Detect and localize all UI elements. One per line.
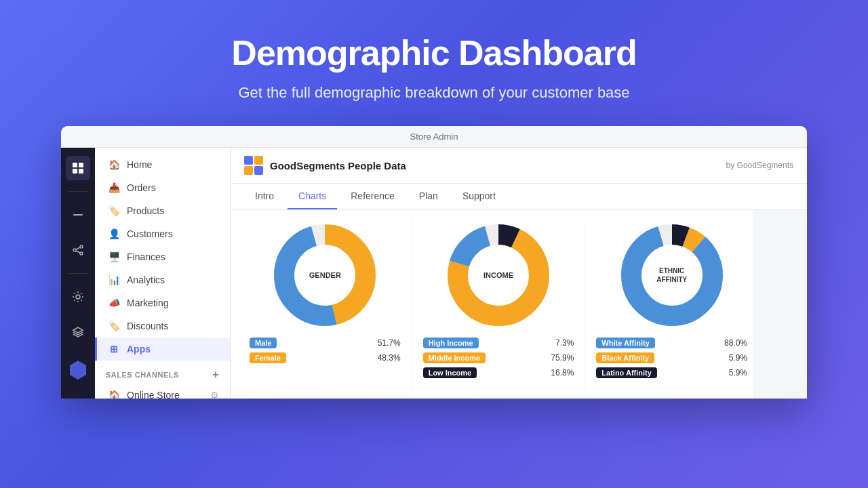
svg-rect-14 <box>254 156 263 165</box>
svg-rect-13 <box>244 156 253 165</box>
sales-channels-header: SALES CHANNELS + <box>95 361 230 384</box>
sidebar-item-marketing[interactable]: 📣 Marketing <box>95 291 230 314</box>
svg-point-7 <box>80 252 83 255</box>
dark-sidebar-divider-1 <box>68 191 88 192</box>
tab-support[interactable]: Support <box>452 184 507 209</box>
dark-sidebar <box>61 148 95 399</box>
ethnic-latino-row: Latino Affinity 5.9% <box>596 367 747 378</box>
svg-line-9 <box>76 251 80 253</box>
tab-reference[interactable]: Reference <box>340 184 406 209</box>
gender-male-row: Male 51.7% <box>250 338 401 348</box>
sidebar-item-apps[interactable]: ⊞ Apps <box>95 338 230 361</box>
income-high-row: High Income 7.3% <box>423 338 574 348</box>
svg-rect-16 <box>254 166 263 175</box>
customers-icon: 👤 <box>108 228 120 239</box>
income-donut-wrapper: INCOME <box>444 221 553 329</box>
gender-male-pct: 51.7% <box>378 338 401 348</box>
income-legend: High Income 7.3% Middle Income 75.9% Low… <box>418 338 580 382</box>
tab-charts[interactable]: Charts <box>288 184 337 209</box>
tab-plan[interactable]: Plan <box>408 184 449 209</box>
ethnic-black-badge: Black Affinity <box>596 352 654 363</box>
dark-sidebar-layers-icon[interactable] <box>66 320 90 344</box>
sidebar-item-customers[interactable]: 👤 Customers <box>95 222 230 245</box>
income-low-row: Low Income 16.8% <box>423 367 574 378</box>
window-titlebar: Store Admin <box>61 126 807 148</box>
hero-subtitle: Get the full demographic breakdown of yo… <box>231 84 636 102</box>
income-donut-label: INCOME <box>484 270 513 280</box>
sidebar-item-products[interactable]: 🏷️ Products <box>95 199 230 222</box>
chart-gender: GENDER Male 51.7% Female 48.3% <box>244 221 406 388</box>
home-icon: 🏠 <box>108 159 120 170</box>
sidebar-item-online-store[interactable]: 🏠 Online Store ⚙ <box>95 384 230 399</box>
tab-intro[interactable]: Intro <box>244 184 285 209</box>
ethnic-white-pct: 88.0% <box>724 338 747 348</box>
svg-rect-3 <box>79 169 83 174</box>
tabs-bar: Intro Charts Reference Plan Support <box>231 184 807 210</box>
svg-rect-15 <box>244 166 253 175</box>
dark-sidebar-grid-icon[interactable] <box>66 156 90 180</box>
marketing-icon: 📣 <box>108 298 120 308</box>
sidebar-item-discounts[interactable]: 🏷️ Discounts <box>95 314 230 338</box>
hero-section: Demographic Dashboard Get the full demog… <box>231 0 636 126</box>
main-content: GoodSegments People Data by GoodSegments… <box>231 148 807 399</box>
svg-point-10 <box>76 295 80 299</box>
svg-point-5 <box>80 245 83 248</box>
chart-ethnic: ETHNICAFFINITY White Affinity 88.0% Blac… <box>591 221 753 388</box>
income-middle-pct: 75.9% <box>551 353 574 363</box>
gender-donut-wrapper: GENDER <box>271 221 379 329</box>
sidebar-item-analytics[interactable]: 📊 Analytics <box>95 268 230 291</box>
app-brand: GoodSegments People Data <box>244 156 406 175</box>
app-window: Store Admin <box>61 126 807 399</box>
ethnic-donut-label: ETHNICAFFINITY <box>656 266 687 284</box>
svg-point-6 <box>73 249 76 251</box>
right-strip <box>753 210 807 399</box>
online-store-icon: 🏠 <box>108 390 120 399</box>
products-icon: 🏷️ <box>108 205 120 216</box>
ethnic-donut-wrapper: ETHNICAFFINITY <box>618 221 726 329</box>
gender-male-badge: Male <box>250 338 277 348</box>
chart-divider-1 <box>412 221 412 388</box>
income-middle-row: Middle Income 75.9% <box>423 352 574 363</box>
charts-area: GENDER Male 51.7% Female 48.3% <box>231 210 807 399</box>
chart-divider-2 <box>585 221 585 388</box>
dark-sidebar-minus-icon[interactable] <box>66 203 90 227</box>
brand-logo-icon <box>244 156 263 175</box>
app-brand-name: GoodSegments People Data <box>270 160 406 171</box>
app-by-label: by GoodSegments <box>726 161 793 170</box>
light-sidebar: 🏠 Home 📥 Orders 🏷️ Products 👤 Customers … <box>95 148 231 399</box>
window-content: 🏠 Home 📥 Orders 🏷️ Products 👤 Customers … <box>61 148 807 399</box>
gender-female-row: Female 48.3% <box>250 352 401 363</box>
dark-sidebar-logo <box>67 358 89 382</box>
online-store-settings-icon[interactable]: ⚙ <box>210 390 219 399</box>
dark-sidebar-gear-icon[interactable] <box>66 285 90 309</box>
ethnic-black-pct: 5.9% <box>729 353 747 363</box>
add-channel-icon[interactable]: + <box>212 369 219 381</box>
svg-rect-1 <box>79 163 83 167</box>
dark-sidebar-divider-2 <box>68 273 88 274</box>
discounts-icon: 🏷️ <box>108 321 120 331</box>
dark-sidebar-network-icon[interactable] <box>66 238 90 262</box>
income-high-pct: 7.3% <box>555 338 574 348</box>
hero-title: Demographic Dashboard <box>231 33 636 73</box>
chart-income: INCOME High Income 7.3% Middle Income 75… <box>418 221 580 388</box>
app-header: GoodSegments People Data by GoodSegments <box>231 148 807 184</box>
sidebar-item-home[interactable]: 🏠 Home <box>95 153 230 176</box>
income-low-pct: 16.8% <box>551 368 574 378</box>
ethnic-latino-pct: 5.9% <box>729 368 747 378</box>
income-middle-badge: Middle Income <box>423 352 486 363</box>
income-high-badge: High Income <box>423 338 479 348</box>
sidebar-item-orders[interactable]: 📥 Orders <box>95 176 230 199</box>
ethnic-white-row: White Affinity 88.0% <box>596 338 747 348</box>
svg-line-8 <box>76 247 80 249</box>
gender-donut-label: GENDER <box>309 270 341 280</box>
orders-icon: 📥 <box>108 182 120 193</box>
ethnic-latino-badge: Latino Affinity <box>596 367 657 378</box>
sidebar-item-finances[interactable]: 🖥️ Finances <box>95 245 230 268</box>
gender-legend: Male 51.7% Female 48.3% <box>244 338 406 367</box>
finances-icon: 🖥️ <box>108 251 120 262</box>
svg-rect-2 <box>73 169 77 174</box>
income-low-badge: Low Income <box>423 367 477 378</box>
ethnic-black-row: Black Affinity 5.9% <box>596 352 747 363</box>
analytics-icon: 📊 <box>108 274 120 285</box>
svg-rect-0 <box>73 163 77 167</box>
